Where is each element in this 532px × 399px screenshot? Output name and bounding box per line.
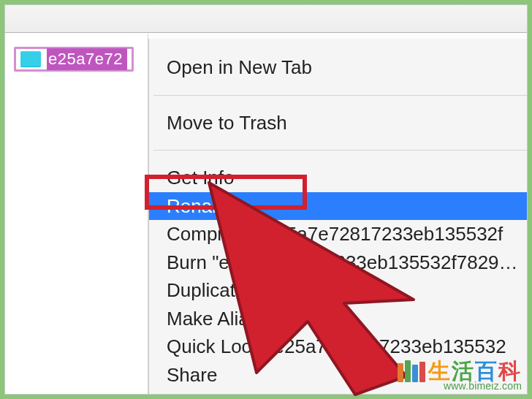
menu-duplicate[interactable]: Duplicate [149, 276, 527, 305]
watermark-char-3: 百 [475, 359, 498, 383]
watermark-char-1: 生 [428, 359, 452, 383]
menu-quick-look[interactable]: Quick Look "e25a7e72817233eb135532 [149, 332, 527, 361]
menu-compress[interactable]: Compress "e25a7e72817233eb135532f [149, 220, 527, 248]
menu-separator [153, 95, 527, 96]
menu-burn[interactable]: Burn "e25a7e72817233eb135532f7829… [149, 248, 527, 277]
context-menu: Open in New Tab Move to Trash Get Info R… [148, 39, 527, 394]
menu-separator [153, 150, 527, 151]
selected-file-row[interactable]: e25a7e72 [14, 47, 134, 72]
file-name-label: e25a7e72 [47, 48, 127, 70]
watermark: 生活百科 www.bimeiz.com [398, 360, 522, 392]
books-icon [398, 360, 425, 382]
menu-get-info[interactable]: Get Info [149, 164, 527, 192]
sidebar: e25a7e72 [5, 34, 148, 394]
menu-move-to-trash[interactable]: Move to Trash [149, 109, 527, 137]
watermark-url: www.bimeiz.com [398, 381, 522, 392]
menu-rename[interactable]: Rename [149, 192, 527, 221]
folder-icon [20, 51, 41, 67]
watermark-char-2: 活 [452, 359, 475, 383]
menu-make-alias[interactable]: Make Alias [149, 305, 527, 333]
menu-open-in-new-tab[interactable]: Open in New Tab [149, 53, 527, 82]
toolbar [5, 5, 527, 33]
watermark-char-4: 科 [498, 359, 522, 383]
finder-window: e25a7e72 Open in New Tab Move to Trash G… [4, 4, 528, 395]
